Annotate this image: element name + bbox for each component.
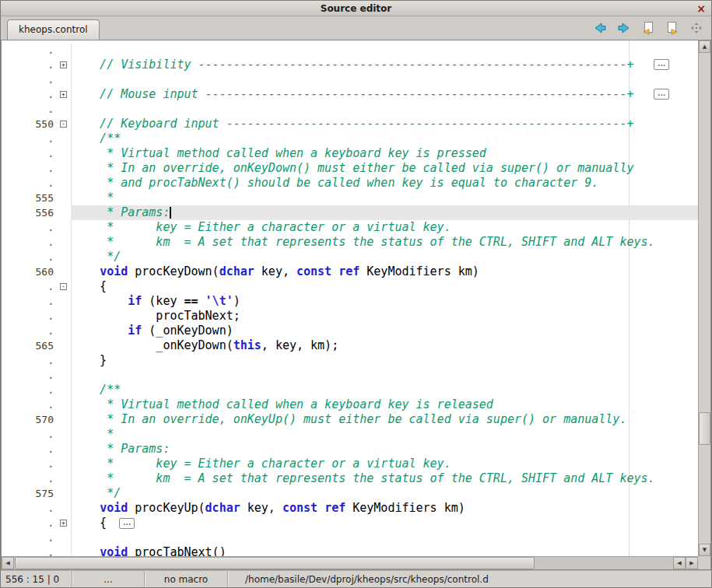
line-number[interactable]: . xyxy=(2,102,58,117)
folded-ellipsis-icon[interactable]: ... xyxy=(119,518,135,529)
line-number[interactable]: . xyxy=(2,442,58,457)
code-line[interactable]: . * Virtual method called when a keyboar… xyxy=(2,397,698,412)
line-number[interactable]: . xyxy=(2,146,58,161)
code-segment: * key = Either a character or a virtual … xyxy=(72,457,451,471)
line-number[interactable]: . xyxy=(2,43,58,58)
code-line[interactable]: . * xyxy=(2,427,698,442)
code-line[interactable]: . * and procTabNext() should be called w… xyxy=(2,176,698,191)
line-number[interactable]: . xyxy=(2,309,58,324)
scroll-left-button-2[interactable]: ◀ xyxy=(673,557,686,569)
code-line[interactable]: 550- // Keyboard input -----------------… xyxy=(2,117,698,131)
vertical-scrollbar-thumb[interactable] xyxy=(699,412,710,445)
line-number[interactable]: . xyxy=(2,279,58,294)
nav-forward-button[interactable] xyxy=(616,19,633,37)
vertical-scrollbar[interactable]: ▲ ▼ xyxy=(698,40,710,556)
close-icon[interactable]: × xyxy=(696,2,706,16)
code-line[interactable]: . void procKeyUp(dchar key, const ref Ke… xyxy=(2,501,698,516)
fold-toggle-icon[interactable]: + xyxy=(60,91,67,98)
folded-ellipsis-icon[interactable]: ... xyxy=(654,89,669,100)
code-line[interactable]: .+ // Visibility -----------------------… xyxy=(2,58,698,72)
doc-jump-prev-button[interactable] xyxy=(640,19,657,37)
code-segment: == xyxy=(184,294,198,308)
line-number[interactable]: 565 xyxy=(2,338,58,353)
code-line[interactable]: 556 * Params: xyxy=(2,205,698,220)
folded-ellipsis-icon[interactable]: ... xyxy=(654,59,669,70)
titlebar[interactable]: Source editor × xyxy=(1,1,711,16)
code-line[interactable]: .+ { ... xyxy=(2,516,698,530)
code-line[interactable]: . * key = Either a character or a virtua… xyxy=(2,220,698,235)
line-number[interactable]: . xyxy=(2,220,58,235)
code-line[interactable]: . */ xyxy=(2,250,698,264)
line-number[interactable]: . xyxy=(2,471,58,486)
code-line[interactable]: . * key = Either a character or a virtua… xyxy=(2,457,698,471)
line-number[interactable]: 560 xyxy=(2,264,58,279)
code-text xyxy=(72,102,698,117)
horizontal-scrollbar[interactable]: ◀ ◀ ▶ xyxy=(2,556,698,569)
scroll-up-button[interactable]: ▲ xyxy=(699,40,710,53)
nav-back-button[interactable] xyxy=(591,19,609,37)
code-line[interactable]: . } xyxy=(2,353,698,368)
line-number[interactable]: . xyxy=(2,235,58,250)
code-area[interactable]: ..+ // Visibility ----------------------… xyxy=(2,40,698,556)
line-number[interactable]: 575 xyxy=(2,486,58,501)
line-number[interactable]: 550 xyxy=(2,117,58,131)
line-number[interactable]: . xyxy=(2,176,58,191)
horizontal-scrollbar-thumb[interactable] xyxy=(15,557,535,569)
code-line[interactable]: 570 * In an override, onKeyUp() must eit… xyxy=(2,412,698,427)
code-line[interactable]: . void procTabNext() xyxy=(2,545,698,556)
code-line[interactable]: . * In an override, onKeyDown() must eit… xyxy=(2,161,698,176)
line-number[interactable]: . xyxy=(2,530,58,545)
line-number[interactable]: . xyxy=(2,87,58,102)
line-number[interactable]: . xyxy=(2,397,58,412)
doc-jump-next-button[interactable] xyxy=(664,19,681,37)
code-line[interactable]: . * km = A set that represents the statu… xyxy=(2,471,698,486)
line-number[interactable]: . xyxy=(2,250,58,264)
scroll-down-button[interactable]: ▼ xyxy=(699,544,710,556)
code-line[interactable]: 560 void procKeyDown(dchar key, const re… xyxy=(2,264,698,279)
line-number[interactable]: 555 xyxy=(2,191,58,205)
line-number[interactable]: 556 xyxy=(2,205,58,220)
line-number[interactable]: . xyxy=(2,516,58,530)
line-number[interactable]: . xyxy=(2,427,58,442)
code-line[interactable]: . xyxy=(2,72,698,87)
code-line[interactable]: . if (_onKeyDown) xyxy=(2,324,698,338)
fold-toggle-icon[interactable]: - xyxy=(60,121,67,128)
line-number[interactable]: . xyxy=(2,294,58,309)
code-line[interactable]: .- { xyxy=(2,279,698,294)
line-number[interactable]: . xyxy=(2,383,58,397)
fold-toggle-icon[interactable]: - xyxy=(60,283,67,290)
code-line[interactable]: . /** xyxy=(2,131,698,146)
line-number[interactable]: . xyxy=(2,501,58,516)
line-number[interactable]: . xyxy=(2,161,58,176)
line-number[interactable]: . xyxy=(2,58,58,72)
tab-kheops-control[interactable]: kheops.control xyxy=(7,19,100,40)
scroll-right-button[interactable]: ▶ xyxy=(686,557,698,569)
code-line[interactable]: 575 */ xyxy=(2,486,698,501)
code-line[interactable]: . * km = A set that represents the statu… xyxy=(2,235,698,250)
code-line[interactable]: . /** xyxy=(2,383,698,397)
line-number[interactable]: . xyxy=(2,324,58,338)
line-number[interactable]: . xyxy=(2,545,58,556)
line-number[interactable]: 570 xyxy=(2,412,58,427)
code-line[interactable]: . * Virtual method called when a keyboar… xyxy=(2,146,698,161)
code-line[interactable]: 565 _onKeyDown(this, key, km); xyxy=(2,338,698,353)
code-line[interactable]: . xyxy=(2,530,698,545)
line-number[interactable]: . xyxy=(2,131,58,146)
line-number[interactable]: . xyxy=(2,353,58,368)
fold-toggle-icon[interactable]: + xyxy=(60,520,67,527)
code-line[interactable]: . xyxy=(2,102,698,117)
fold-gutter: - xyxy=(58,117,72,131)
line-number[interactable]: . xyxy=(2,72,58,87)
code-line[interactable]: . procTabNext; xyxy=(2,309,698,324)
fold-toggle-icon[interactable]: + xyxy=(60,61,67,68)
code-line[interactable]: . if (key == '\t') xyxy=(2,294,698,309)
line-number[interactable]: . xyxy=(2,457,58,471)
code-line[interactable]: . xyxy=(2,43,698,58)
scroll-left-button[interactable]: ◀ xyxy=(2,557,14,569)
code-line[interactable]: .+ // Mouse input ----------------------… xyxy=(2,87,698,102)
code-line[interactable]: . * Params: xyxy=(2,442,698,457)
line-number[interactable]: . xyxy=(2,368,58,383)
code-line[interactable]: . xyxy=(2,368,698,383)
detach-button[interactable] xyxy=(688,19,705,37)
code-line[interactable]: 555 * xyxy=(2,191,698,205)
